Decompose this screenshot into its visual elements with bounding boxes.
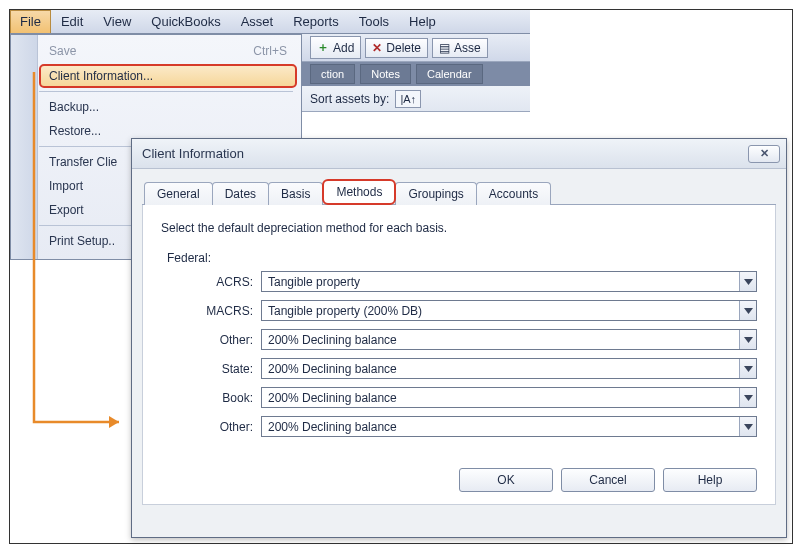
tab-dates[interactable]: Dates bbox=[212, 182, 269, 205]
dialog-button-row: OK Cancel Help bbox=[459, 468, 757, 492]
chevron-down-icon bbox=[739, 388, 756, 407]
tab-groupings[interactable]: Groupings bbox=[395, 182, 476, 205]
file-menu-save-shortcut: Ctrl+S bbox=[253, 44, 287, 58]
book-select[interactable]: 200% Declining balance bbox=[261, 387, 757, 408]
tab-accounts[interactable]: Accounts bbox=[476, 182, 551, 205]
sort-az-icon[interactable]: |A↑ bbox=[395, 90, 421, 108]
file-menu-transfer-label: Transfer Clie bbox=[49, 155, 117, 169]
toolbar-delete-label: Delete bbox=[386, 41, 421, 55]
macrs-value: Tangible property (200% DB) bbox=[268, 304, 422, 318]
close-button[interactable]: ✕ bbox=[748, 145, 780, 163]
menu-edit[interactable]: Edit bbox=[51, 10, 93, 33]
close-icon: ✕ bbox=[760, 147, 769, 160]
x-icon: ✕ bbox=[372, 41, 382, 55]
macrs-select[interactable]: Tangible property (200% DB) bbox=[261, 300, 757, 321]
menu-reports[interactable]: Reports bbox=[283, 10, 349, 33]
toolbar-asset-button[interactable]: ▤ Asse bbox=[432, 38, 488, 58]
other1-value: 200% Declining balance bbox=[268, 333, 397, 347]
chevron-down-icon bbox=[739, 417, 756, 436]
dialog-title: Client Information bbox=[142, 146, 244, 161]
other2-select[interactable]: 200% Declining balance bbox=[261, 416, 757, 437]
dialog-description: Select the default depreciation method f… bbox=[161, 221, 757, 235]
document-icon: ▤ bbox=[439, 41, 450, 55]
file-menu-backup-label: Backup... bbox=[49, 100, 99, 114]
dialog-titlebar: Client Information ✕ bbox=[132, 139, 786, 169]
toolbar-add-button[interactable]: ＋ Add bbox=[310, 36, 361, 59]
acrs-label: ACRS: bbox=[161, 275, 261, 289]
menu-tools[interactable]: Tools bbox=[349, 10, 399, 33]
subtab-notes[interactable]: Notes bbox=[360, 64, 411, 84]
tab-general[interactable]: General bbox=[144, 182, 213, 205]
book-value: 200% Declining balance bbox=[268, 391, 397, 405]
acrs-value: Tangible property bbox=[268, 275, 360, 289]
file-menu-import-label: Import bbox=[49, 179, 83, 193]
acrs-select[interactable]: Tangible property bbox=[261, 271, 757, 292]
chevron-down-icon bbox=[739, 359, 756, 378]
menu-file[interactable]: File bbox=[10, 10, 51, 33]
chevron-down-icon bbox=[739, 301, 756, 320]
file-menu-restore-label: Restore... bbox=[49, 124, 101, 138]
help-button[interactable]: Help bbox=[663, 468, 757, 492]
file-menu-export-label: Export bbox=[49, 203, 84, 217]
file-menu-backup[interactable]: Backup... bbox=[39, 95, 301, 119]
dialog-body: Select the default depreciation method f… bbox=[142, 205, 776, 505]
file-menu-client-information[interactable]: Client Information... bbox=[39, 64, 297, 88]
sort-label: Sort assets by: bbox=[310, 92, 389, 106]
toolbar-asset-label: Asse bbox=[454, 41, 481, 55]
plus-icon: ＋ bbox=[317, 39, 329, 56]
state-value: 200% Declining balance bbox=[268, 362, 397, 376]
file-menu-print-setup-label: Print Setup.. bbox=[49, 234, 115, 248]
tab-basis[interactable]: Basis bbox=[268, 182, 323, 205]
file-menu-client-info-label: Client Information... bbox=[49, 69, 153, 83]
menu-quickbooks[interactable]: QuickBooks bbox=[141, 10, 230, 33]
other2-value: 200% Declining balance bbox=[268, 420, 397, 434]
chevron-down-icon bbox=[739, 272, 756, 291]
state-select[interactable]: 200% Declining balance bbox=[261, 358, 757, 379]
file-menu-save-label: Save bbox=[49, 44, 76, 58]
menubar: File Edit View QuickBooks Asset Reports … bbox=[10, 10, 530, 34]
dialog-tabstrip: General Dates Basis Methods Groupings Ac… bbox=[132, 169, 786, 205]
toolbar-delete-button[interactable]: ✕ Delete bbox=[365, 38, 428, 58]
other1-select[interactable]: 200% Declining balance bbox=[261, 329, 757, 350]
state-label: State: bbox=[161, 362, 261, 376]
book-label: Book: bbox=[161, 391, 261, 405]
other1-label: Other: bbox=[161, 333, 261, 347]
ok-button[interactable]: OK bbox=[459, 468, 553, 492]
macrs-label: MACRS: bbox=[161, 304, 261, 318]
subtab-action[interactable]: ction bbox=[310, 64, 355, 84]
menu-separator bbox=[39, 91, 293, 92]
file-menu-save: Save Ctrl+S bbox=[39, 39, 301, 63]
toolbar-add-label: Add bbox=[333, 41, 354, 55]
menu-view[interactable]: View bbox=[93, 10, 141, 33]
chevron-down-icon bbox=[739, 330, 756, 349]
cancel-button[interactable]: Cancel bbox=[561, 468, 655, 492]
other2-label: Other: bbox=[161, 420, 261, 434]
federal-group-label: Federal: bbox=[161, 251, 757, 265]
client-information-dialog: Client Information ✕ General Dates Basis… bbox=[131, 138, 787, 538]
menu-asset[interactable]: Asset bbox=[231, 10, 284, 33]
tab-methods[interactable]: Methods bbox=[322, 179, 396, 205]
menu-help[interactable]: Help bbox=[399, 10, 446, 33]
subtab-calendar[interactable]: Calendar bbox=[416, 64, 483, 84]
